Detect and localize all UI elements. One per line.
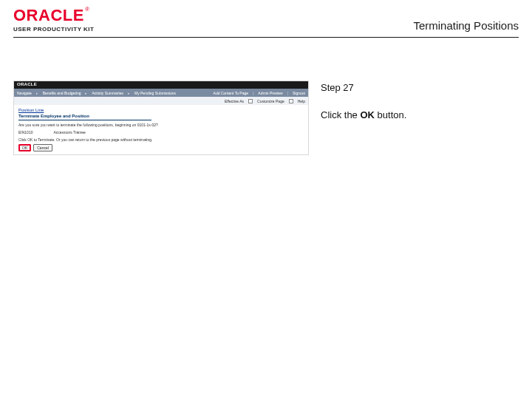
confirm-text: Are you sure you want to terminate the f…: [18, 123, 304, 127]
step-text-prefix: Click the: [321, 109, 360, 120]
nav-item-activity[interactable]: Activity Summaries: [92, 91, 123, 95]
step-text-suffix: button.: [375, 109, 406, 120]
app-topbar: ORACLE: [14, 81, 308, 89]
position-row: EIN1010 Accessions Trainee: [18, 130, 304, 134]
brand-sub-text: USER PRODUCTIVITY KIT: [13, 26, 94, 33]
page-title: Terminating Positions: [413, 19, 519, 32]
app-body: Position Line Terminate Employee and Pos…: [14, 105, 308, 154]
step-instruction: Click the OK button.: [321, 109, 483, 120]
nav-signout[interactable]: Signout: [293, 91, 305, 95]
app-navbar: Navigate▸ Benefits and Budgeting▸ Activi…: [14, 89, 308, 97]
position-title: Accessions Trainee: [53, 130, 85, 134]
panel-divider: [18, 120, 151, 120]
step-label: Step 27: [321, 82, 483, 93]
nav-item-navigate[interactable]: Navigate: [17, 91, 32, 95]
instruction-panel: Step 27 Click the OK button.: [310, 81, 497, 155]
panel-heading: Terminate Employee and Position: [18, 114, 304, 119]
brand-tm: ®: [85, 6, 89, 13]
subnav-help[interactable]: Help: [298, 99, 305, 103]
breadcrumb[interactable]: Position Line: [18, 108, 304, 113]
subnav-effective-label: Effective As: [225, 99, 244, 103]
action-hint: Click OK to Terminate. Or you can return…: [18, 137, 304, 142]
button-row: OK Cancel: [18, 144, 304, 151]
checkbox-icon[interactable]: [289, 99, 293, 103]
embedded-app-screenshot: ORACLE Navigate▸ Benefits and Budgeting▸…: [13, 81, 309, 155]
brand-logo: ORACLE® USER PRODUCTIVITY KIT: [13, 6, 94, 33]
position-code: EIN1010: [18, 130, 33, 134]
cancel-button[interactable]: Cancel: [33, 144, 52, 151]
brand-main-text: ORACLE: [13, 6, 84, 24]
subnav-customize[interactable]: Customize Page: [257, 99, 284, 103]
app-subnav: Effective As Customize Page Help: [14, 97, 308, 105]
app-topbar-brand: ORACLE: [17, 82, 37, 87]
nav-add-content[interactable]: Add Content To Page: [214, 91, 248, 95]
ok-button[interactable]: OK: [18, 144, 31, 151]
header-divider: [13, 37, 519, 38]
nav-item-pending[interactable]: My Pending Submissions: [134, 91, 176, 95]
nav-admin-preview[interactable]: Admin Preview: [258, 91, 282, 95]
checkbox-icon[interactable]: [248, 99, 253, 103]
step-text-bold: OK: [360, 109, 375, 120]
nav-item-benefits[interactable]: Benefits and Budgeting: [43, 91, 81, 95]
